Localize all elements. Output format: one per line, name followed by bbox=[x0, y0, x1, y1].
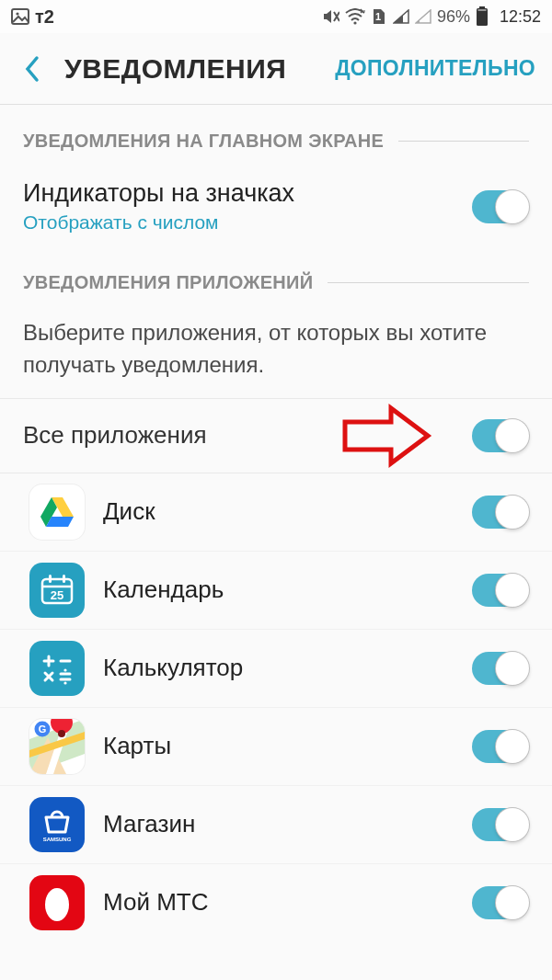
all-apps-label: Все приложения bbox=[23, 421, 472, 450]
battery-percent: 96% bbox=[437, 7, 470, 27]
svg-rect-5 bbox=[477, 10, 486, 11]
app-row-maps[interactable]: G Карты bbox=[0, 708, 552, 786]
app-name: Мой МТС bbox=[103, 888, 454, 917]
back-button[interactable] bbox=[17, 53, 48, 85]
battery-icon bbox=[476, 6, 489, 27]
app-toggle[interactable] bbox=[472, 808, 529, 841]
svg-rect-7 bbox=[49, 575, 52, 583]
carrier-label: т2 bbox=[35, 6, 54, 28]
all-apps-toggle[interactable] bbox=[472, 419, 529, 452]
app-toggle[interactable] bbox=[472, 652, 529, 685]
setting-badges-subtitle: Отображать с числом bbox=[23, 211, 294, 234]
app-toggle[interactable] bbox=[472, 574, 529, 607]
sim1-icon: 1 bbox=[371, 7, 387, 26]
app-toggle[interactable] bbox=[472, 730, 529, 763]
picture-icon bbox=[11, 8, 29, 25]
svg-point-12 bbox=[58, 730, 65, 737]
maps-icon: G bbox=[29, 719, 85, 774]
chevron-left-icon bbox=[24, 55, 40, 83]
svg-point-1 bbox=[16, 12, 18, 15]
app-name: Карты bbox=[103, 732, 454, 760]
section-header: УВЕДОМЛЕНИЯ НА ГЛАВНОМ ЭКРАНЕ bbox=[23, 131, 529, 152]
store-icon: SAMSUNG bbox=[29, 797, 85, 852]
signal2-icon bbox=[415, 9, 431, 24]
app-row-store[interactable]: SAMSUNG Магазин bbox=[0, 786, 552, 864]
status-bar: т2 1 96% 12:52 bbox=[0, 0, 552, 33]
clock: 12:52 bbox=[500, 7, 541, 27]
all-apps-row[interactable]: Все приложения bbox=[0, 399, 552, 473]
setting-badges-toggle[interactable] bbox=[472, 190, 529, 223]
svg-point-11 bbox=[63, 681, 66, 684]
section-header: УВЕДОМЛЕНИЯ ПРИЛОЖЕНИЙ bbox=[23, 272, 529, 293]
svg-text:G: G bbox=[39, 724, 47, 735]
wifi-icon bbox=[345, 8, 365, 25]
app-toggle[interactable] bbox=[472, 496, 529, 529]
calendar-icon: 25 bbox=[29, 563, 85, 618]
mute-icon bbox=[321, 7, 339, 26]
svg-text:SAMSUNG: SAMSUNG bbox=[43, 837, 72, 842]
app-row-calendar[interactable]: 25 Календарь bbox=[0, 552, 552, 630]
page-title: УВЕДОМЛЕНИЯ bbox=[64, 53, 335, 85]
app-name: Магазин bbox=[103, 810, 454, 838]
section-description: Выберите приложения, от которых вы хотит… bbox=[0, 317, 552, 398]
section-lockscreen: УВЕДОМЛЕНИЯ НА ГЛАВНОМ ЭКРАНЕ Индикаторы… bbox=[0, 105, 552, 254]
drive-icon bbox=[29, 484, 85, 540]
svg-text:25: 25 bbox=[51, 588, 63, 602]
section-app-notifications: УВЕДОМЛЕНИЯ ПРИЛОЖЕНИЙ bbox=[0, 254, 552, 293]
app-name: Калькулятор bbox=[103, 654, 454, 682]
app-row-mts[interactable]: Мой МТС bbox=[0, 864, 552, 941]
svg-rect-4 bbox=[477, 8, 488, 26]
app-row-calculator[interactable]: Калькулятор bbox=[0, 630, 552, 708]
toolbar: УВЕДОМЛЕНИЯ ДОПОЛНИТЕЛЬНО bbox=[0, 33, 552, 105]
app-name: Диск bbox=[103, 497, 454, 526]
setting-badges-title: Индикаторы на значках bbox=[23, 179, 294, 208]
more-button[interactable]: ДОПОЛНИТЕЛЬНО bbox=[335, 56, 535, 81]
svg-point-10 bbox=[63, 668, 66, 671]
svg-point-16 bbox=[45, 888, 69, 921]
svg-rect-8 bbox=[63, 575, 65, 583]
svg-rect-3 bbox=[479, 6, 485, 8]
apps-list: Все приложения Диск 25 Календарь bbox=[0, 398, 552, 941]
calculator-icon bbox=[29, 641, 85, 696]
signal1-icon bbox=[393, 9, 409, 24]
app-row-drive[interactable]: Диск bbox=[0, 473, 552, 552]
svg-point-2 bbox=[353, 21, 356, 24]
app-toggle[interactable] bbox=[472, 886, 529, 919]
app-name: Календарь bbox=[103, 575, 454, 604]
setting-badges[interactable]: Индикаторы на значках Отображать с число… bbox=[23, 176, 529, 254]
mts-icon bbox=[29, 875, 85, 930]
